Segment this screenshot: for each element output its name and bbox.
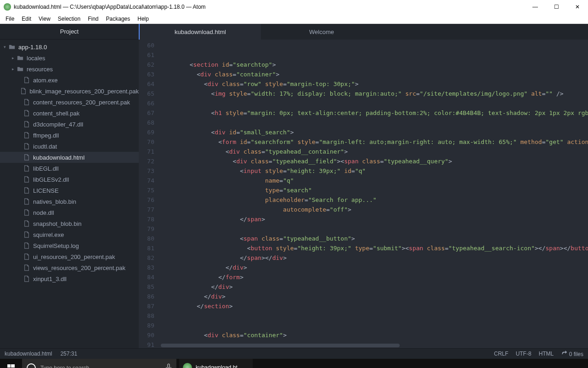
tree-item[interactable]: ▸resources	[0, 63, 139, 75]
tree-item-label: views_resources_200_percent.pak	[33, 264, 125, 271]
chevron-up-icon[interactable]: ︿	[578, 364, 583, 368]
tree-item[interactable]: ▸locales	[0, 52, 139, 63]
tree-item-label: libEGL.dll	[33, 165, 59, 172]
tab[interactable]: kubadownload.html	[140, 24, 261, 40]
system-tray[interactable]: ︿	[573, 364, 588, 368]
window-title: kubadownload.html — C:\Users\qbap\AppDat…	[14, 4, 206, 10]
status-git[interactable]: 0 files	[561, 351, 583, 357]
tree-item[interactable]: natives_blob.bin	[0, 196, 139, 207]
tree-item[interactable]: ffmpeg.dll	[0, 130, 139, 141]
file-icon	[23, 143, 30, 150]
status-language[interactable]: HTML	[539, 351, 554, 357]
tree-item[interactable]: content_resources_200_percent.pak	[0, 97, 139, 108]
tree-item[interactable]: icudtl.dat	[0, 141, 139, 152]
file-tree[interactable]: ▾app-1.18.0▸locales▸resourcesatom.exebli…	[0, 40, 139, 286]
menu-view[interactable]: View	[35, 15, 54, 23]
file-icon	[23, 253, 30, 260]
tree-item-label: SquirrelSetup.log	[33, 242, 79, 249]
tree-item[interactable]: xinput1_3.dll	[0, 273, 139, 284]
taskbar-app-atom[interactable]: kubadownload.ht...	[179, 359, 253, 368]
tree-item[interactable]: squirrel.exe	[0, 229, 139, 240]
svg-rect-4	[168, 364, 170, 368]
cortana-icon	[27, 363, 36, 368]
tree-item-label: xinput1_3.dll	[33, 276, 67, 282]
menu-bar: FileEditViewSelectionFindPackagesHelp	[0, 14, 588, 24]
status-encoding[interactable]: UTF-8	[516, 351, 531, 357]
tree-item[interactable]: content_shell.pak	[0, 108, 139, 119]
tree-item-label: locales	[27, 55, 45, 62]
tree-item[interactable]: libEGL.dll	[0, 163, 139, 174]
file-icon	[23, 165, 30, 172]
tree-item[interactable]: atom.exe	[0, 75, 139, 86]
svg-rect-0	[7, 364, 11, 368]
atom-logo-icon	[4, 3, 11, 11]
code-content[interactable]: <section id="searchtop"> <div class="con…	[161, 40, 588, 348]
tree-item-label: LICENSE	[33, 187, 59, 194]
file-icon	[23, 209, 30, 216]
file-icon	[20, 88, 27, 94]
menu-edit[interactable]: Edit	[18, 15, 35, 23]
menu-selection[interactable]: Selection	[54, 15, 84, 23]
tree-item[interactable]: ▾app-1.18.0	[0, 41, 139, 52]
tree-item-label: squirrel.exe	[33, 231, 64, 238]
menu-packages[interactable]: Packages	[102, 15, 134, 23]
minimize-button[interactable]: —	[525, 0, 546, 14]
tree-item-label: node.dll	[33, 209, 54, 216]
tree-item[interactable]: snapshot_blob.bin	[0, 218, 139, 229]
file-icon	[23, 176, 30, 183]
file-icon	[23, 77, 30, 83]
windows-taskbar: Type here to search kubadownload.ht... ︿	[0, 359, 588, 368]
expand-arrow-icon: ▸	[12, 56, 17, 60]
tree-item[interactable]: libGLESv2.dll	[0, 174, 139, 185]
tab[interactable]: Welcome	[261, 24, 382, 40]
search-placeholder: Type here to search	[40, 365, 89, 368]
status-cursor-pos[interactable]: 257:31	[60, 351, 77, 357]
menu-file[interactable]: File	[2, 15, 18, 23]
tree-item-label: content_resources_200_percent.pak	[33, 99, 130, 106]
maximize-button[interactable]: ☐	[546, 0, 567, 14]
file-icon	[23, 187, 30, 194]
tree-item-label: snapshot_blob.bin	[33, 220, 82, 227]
status-bar: kubadownload.html 257:31 CRLF UTF-8 HTML…	[0, 348, 588, 359]
tree-item-label: content_shell.pak	[33, 110, 79, 117]
atom-logo-icon	[183, 363, 192, 368]
start-button[interactable]	[0, 364, 22, 368]
file-icon	[23, 110, 30, 116]
project-sidebar: Project ▾app-1.18.0▸locales▸resourcesato…	[0, 24, 139, 348]
windows-icon	[7, 364, 15, 368]
tree-item[interactable]: kubadownload.html	[0, 152, 139, 163]
close-button[interactable]: ✕	[567, 0, 588, 14]
file-icon	[23, 121, 30, 127]
file-icon	[23, 276, 30, 282]
file-icon	[23, 231, 30, 238]
tree-item-label: ffmpeg.dll	[33, 132, 59, 139]
tree-item-label: app-1.18.0	[18, 44, 47, 51]
tree-item[interactable]: SquirrelSetup.log	[0, 240, 139, 251]
svg-rect-1	[11, 364, 15, 368]
mic-icon[interactable]	[165, 363, 172, 368]
file-icon	[23, 154, 30, 161]
expand-arrow-icon: ▸	[12, 67, 17, 71]
tree-item-label: blink_image_resources_200_percent.pak	[29, 88, 139, 95]
status-file[interactable]: kubadownload.html	[5, 351, 52, 357]
taskbar-app-label: kubadownload.ht...	[196, 364, 242, 368]
tree-item-label: atom.exe	[33, 77, 57, 84]
tree-item[interactable]: d3dcompiler_47.dll	[0, 119, 139, 130]
tree-item[interactable]: blink_image_resources_200_percent.pak	[0, 86, 139, 97]
taskbar-search[interactable]: Type here to search	[22, 359, 176, 368]
horizontal-scrollbar[interactable]	[161, 343, 588, 348]
tree-item[interactable]: ui_resources_200_percent.pak	[0, 251, 139, 262]
tree-item-label: resources	[27, 66, 53, 73]
file-icon	[23, 132, 30, 138]
tree-item[interactable]: views_resources_200_percent.pak	[0, 262, 139, 273]
tree-item[interactable]: LICENSE	[0, 185, 139, 196]
tree-item-label: icudtl.dat	[33, 143, 57, 150]
folder-icon	[17, 66, 24, 72]
menu-help[interactable]: Help	[134, 15, 153, 23]
tree-item[interactable]: node.dll	[0, 207, 139, 218]
status-line-ending[interactable]: CRLF	[494, 351, 508, 357]
menu-find[interactable]: Find	[84, 15, 102, 23]
tree-item-label: libGLESv2.dll	[33, 176, 69, 183]
sidebar-header: Project	[0, 24, 139, 40]
code-editor[interactable]: 6061626364656667686970717273747576777879…	[139, 40, 588, 348]
